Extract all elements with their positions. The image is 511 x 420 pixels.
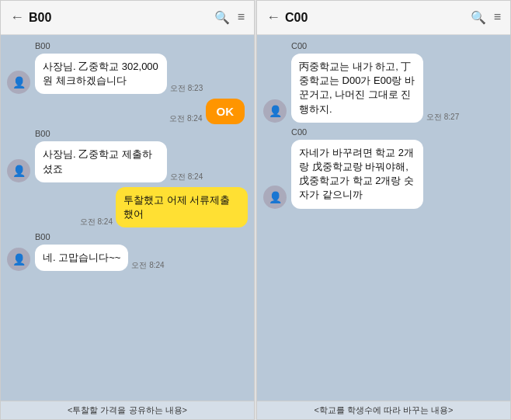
- table-row: 👤 B00 사장님. 乙중학교 302,000원 체크하겠습니다 오전 8:23: [7, 41, 248, 94]
- message-bubble: 자네가 바꾸려면 학교 2개랑 戊중학교랑 바꿔야해, 戊중학교가 학교 2개랑…: [291, 140, 423, 209]
- right-chat-title: C00: [285, 11, 308, 25]
- message-bubble-ok: OK: [206, 99, 245, 124]
- msg-content: B00 사장님. 乙중학교 302,000원 체크하겠습니다 오전 8:23: [35, 41, 203, 94]
- right-caption: <학교를 학생수에 따라 바꾸는 내용>: [257, 401, 510, 419]
- time-label: 오전 8:27: [426, 112, 459, 123]
- sender-name: C00: [291, 127, 426, 137]
- sender-name: B00: [35, 232, 165, 241]
- right-chat-body: 👤 C00 丙중학교는 내가 하고, 丁중학교는 D00가 E00랑 바꾼거고,…: [257, 35, 510, 401]
- msg-with-time: 네. 고맙습니다~~ 오전 8:24: [35, 245, 165, 271]
- table-row: 👤 B00 네. 고맙습니다~~ 오전 8:24: [7, 232, 248, 271]
- message-bubble-sent: 투찰했고 어제 서류제출했어: [116, 187, 248, 227]
- table-row: 👤 C00 자네가 바꾸려면 학교 2개랑 戊중학교랑 바꿔야해, 戊중학교가 …: [263, 127, 504, 209]
- table-row: 오전 8:24 투찰했고 어제 서류제출했어: [7, 187, 248, 227]
- msg-content: 오전 8:24 투찰했고 어제 서류제출했어: [80, 187, 248, 227]
- left-chat-body: 👤 B00 사장님. 乙중학교 302,000원 체크하겠습니다 오전 8:23…: [1, 35, 254, 401]
- msg-with-time: 사장님. 乙중학교 302,000원 체크하겠습니다 오전 8:23: [35, 54, 203, 94]
- left-caption: <투찰할 가격을 공유하는 내용>: [1, 401, 254, 419]
- right-back-button[interactable]: ←: [266, 9, 280, 26]
- avatar: 👤: [7, 159, 30, 182]
- right-chat-window: ← C00 🔍 ≡ 👤 C00 丙중학교는 내가 하고, 丁중학교는 D00가 …: [256, 0, 511, 420]
- msg-content: B00 네. 고맙습니다~~ 오전 8:24: [35, 232, 165, 271]
- message-bubble: 사장님. 乙중학교 제출하셨죠: [35, 141, 167, 182]
- time-label: 오전 8:23: [170, 83, 203, 94]
- msg-with-time: 오전 8:24 투찰했고 어제 서류제출했어: [80, 187, 248, 227]
- msg-content: C00 자네가 바꾸려면 학교 2개랑 戊중학교랑 바꿔야해, 戊중학교가 학교…: [291, 127, 426, 209]
- left-back-button[interactable]: ←: [10, 9, 24, 26]
- right-header-left: ← C00: [266, 9, 308, 26]
- left-menu-icon[interactable]: ≡: [238, 10, 245, 25]
- left-header-icons: 🔍 ≡: [214, 10, 245, 25]
- avatar: 👤: [263, 186, 287, 209]
- main-container: ← B00 🔍 ≡ 👤 B00 사장님. 乙중학교 302,000원 체크하겠습…: [0, 0, 511, 420]
- right-menu-icon[interactable]: ≡: [494, 10, 501, 25]
- table-row: 오전 8:24 OK: [7, 99, 248, 124]
- sender-name: B00: [35, 41, 203, 50]
- avatar: 👤: [263, 99, 287, 123]
- msg-content: C00 丙중학교는 내가 하고, 丁중학교는 D00가 E00랑 바꾼거고, 나…: [291, 41, 459, 123]
- time-label: 오전 8:24: [131, 260, 164, 271]
- message-bubble: 네. 고맙습니다~~: [35, 245, 128, 271]
- table-row: 👤 B00 사장님. 乙중학교 제출하셨죠 오전 8:24: [7, 129, 248, 182]
- table-row: 👤 C00 丙중학교는 내가 하고, 丁중학교는 D00가 E00랑 바꾼거고,…: [263, 41, 504, 123]
- left-chat-header: ← B00 🔍 ≡: [1, 1, 254, 35]
- time-label: 오전 8:24: [170, 172, 203, 182]
- right-header-icons: 🔍 ≡: [471, 10, 501, 25]
- time-label: 오전 8:24: [169, 113, 202, 124]
- msg-with-time: 오전 8:24 OK: [169, 99, 245, 124]
- left-search-icon[interactable]: 🔍: [214, 10, 230, 25]
- left-chat-window: ← B00 🔍 ≡ 👤 B00 사장님. 乙중학교 302,000원 체크하겠습…: [0, 0, 255, 420]
- msg-with-time: 사장님. 乙중학교 제출하셨죠 오전 8:24: [35, 141, 203, 182]
- message-bubble: 丙중학교는 내가 하고, 丁중학교는 D00가 E00랑 바꾼거고, 나머진 그…: [291, 54, 423, 123]
- message-bubble: 사장님. 乙중학교 302,000원 체크하겠습니다: [35, 54, 167, 94]
- msg-with-time: 자네가 바꾸려면 학교 2개랑 戊중학교랑 바꿔야해, 戊중학교가 학교 2개랑…: [291, 140, 426, 209]
- right-search-icon[interactable]: 🔍: [471, 10, 486, 25]
- sender-name: C00: [291, 41, 459, 50]
- msg-content: B00 사장님. 乙중학교 제출하셨죠 오전 8:24: [35, 129, 203, 182]
- right-chat-header: ← C00 🔍 ≡: [257, 1, 510, 35]
- left-chat-title: B00: [29, 11, 51, 25]
- sender-name: B00: [35, 129, 203, 138]
- avatar: 👤: [7, 248, 30, 271]
- msg-with-time: 丙중학교는 내가 하고, 丁중학교는 D00가 E00랑 바꾼거고, 나머진 그…: [291, 54, 459, 123]
- left-header-left: ← B00: [10, 9, 51, 26]
- avatar: 👤: [7, 71, 30, 94]
- time-label: 오전 8:24: [80, 217, 113, 227]
